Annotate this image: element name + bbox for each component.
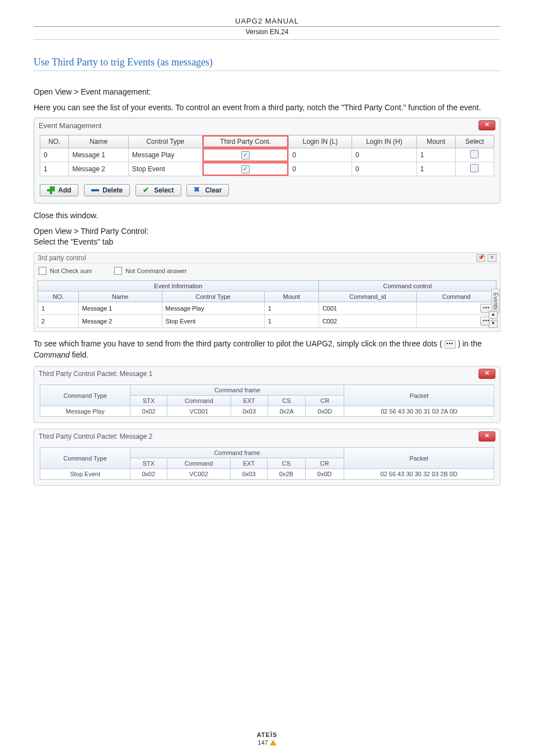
table-row: Message Play 0x02 VC001 0x03 0x2A 0x0D 0…: [40, 406, 494, 417]
cell-name: Message 1: [69, 148, 129, 162]
doc-header-title: UAPG2 MANUAL: [34, 17, 500, 27]
cell-linl: 0: [289, 162, 352, 176]
window-title: Event Management: [39, 121, 102, 130]
col-packet: Packet: [344, 385, 494, 406]
col-command-type: Command Type: [40, 448, 130, 469]
close-icon[interactable]: ✕: [479, 369, 495, 379]
section-title: Use Third Party to trig Events (as messa…: [34, 57, 500, 71]
event-table: NO. Name Control Type Third Party Cont. …: [40, 135, 494, 176]
col-control-type[interactable]: Control Type: [162, 291, 264, 302]
delete-button[interactable]: Delete: [84, 184, 130, 196]
col-command-id[interactable]: Command_id: [318, 291, 416, 302]
col-login-l[interactable]: Login IN (L): [289, 135, 352, 148]
col-mount[interactable]: Mount: [416, 135, 455, 148]
cell-linh: 0: [352, 162, 417, 176]
close-icon[interactable]: ✕: [488, 254, 496, 262]
cell-mount: 1: [416, 162, 455, 176]
col-select[interactable]: Select: [455, 135, 494, 148]
col-packet: Packet: [344, 448, 494, 469]
col-control-type[interactable]: Control Type: [129, 135, 203, 148]
col-stx: STX: [130, 458, 167, 469]
paragraph: Open View > Third Party Control:: [34, 226, 500, 237]
col-cs: CS: [268, 396, 306, 406]
brand: ATEÏS: [0, 731, 534, 738]
scroll-down-icon[interactable]: ▼: [489, 320, 498, 328]
checkbox-icon[interactable]: [114, 267, 122, 275]
table-row: Stop Event 0x02 VC002 0x03 0x2B 0x0D 02 …: [40, 469, 494, 480]
pin-icon[interactable]: 📌: [476, 254, 485, 262]
panel-title: 3rd party control: [38, 254, 86, 262]
paragraph: Select the "Events" tab: [34, 237, 500, 248]
cell-ctrl: Message Play: [129, 148, 203, 162]
window-title: Third Party Control Pactet: Message 1: [39, 370, 152, 378]
packet-window-2: Third Party Control Pactet: Message 2 ✕ …: [34, 429, 500, 486]
x-icon: [194, 186, 202, 194]
cell-linl: 0: [289, 148, 352, 162]
col-command[interactable]: Command: [416, 291, 496, 302]
col-cs: CS: [267, 458, 305, 469]
col-command-frame: Command frame: [130, 448, 344, 458]
table-row[interactable]: 0 Message 1 Message Play 0 0 1: [40, 148, 494, 162]
col-command-frame: Command frame: [130, 385, 344, 396]
col-command-type: Command Type: [40, 385, 130, 406]
col-no[interactable]: NO.: [38, 291, 79, 302]
col-third-party-cont[interactable]: Third Party Cont.: [202, 135, 289, 148]
minus-icon: [91, 186, 99, 194]
cell-mount: 1: [416, 148, 455, 162]
close-icon[interactable]: ✕: [479, 431, 495, 442]
page-number: 147: [257, 739, 268, 746]
packet-table: Command Type Command frame Packet STX Co…: [40, 447, 494, 480]
paragraph: Close this window.: [34, 210, 500, 222]
cell-name: Message 2: [69, 162, 129, 176]
col-cr: CR: [305, 458, 344, 469]
col-mount[interactable]: Mount: [264, 291, 318, 302]
group-command-control: Command control: [318, 280, 496, 291]
not-command-answer-option[interactable]: Not Command answer: [114, 267, 186, 275]
paragraph: To see which frame you have to send from…: [34, 339, 500, 360]
group-event-information: Event Information: [38, 280, 319, 291]
cell-no: 1: [40, 162, 69, 176]
not-check-sum-option[interactable]: Not Check sum: [39, 267, 92, 275]
cell-no: 0: [40, 148, 69, 162]
triangle-icon: [270, 740, 277, 745]
third-party-checkbox[interactable]: [241, 165, 250, 173]
paragraph: Open View > Event management:: [34, 87, 500, 98]
col-no[interactable]: NO.: [40, 135, 69, 148]
col-ext: EXT: [231, 458, 268, 469]
cell-linh: 0: [352, 148, 417, 162]
col-stx: STX: [130, 396, 167, 406]
paragraph: Here you can see the list of your events…: [34, 102, 500, 114]
select-checkbox[interactable]: [470, 150, 479, 158]
third-party-control-panel: 3rd party control 📌 ✕ Not Check sum Not …: [34, 252, 500, 332]
event-management-window: Event Management ✕ NO. Name Control Type…: [34, 118, 500, 204]
table-row[interactable]: 1 Message 2 Stop Event 0 0 1: [40, 162, 494, 176]
col-name[interactable]: Name: [78, 291, 162, 302]
col-command: Command: [167, 396, 231, 406]
scroll-up-icon[interactable]: ▲: [489, 311, 498, 319]
col-login-h[interactable]: Login IN (H): [352, 135, 417, 148]
table-row[interactable]: 2 Message 2 Stop Event 1 C002 •••: [38, 314, 496, 327]
table-row[interactable]: 1 Message 1 Message Play 1 C001 •••: [38, 302, 496, 314]
checkbox-icon[interactable]: [39, 267, 46, 275]
clear-button[interactable]: Clear: [186, 184, 229, 196]
page-footer: ATEÏS 147: [0, 731, 534, 746]
col-cr: CR: [306, 396, 344, 406]
third-party-checkbox[interactable]: [241, 151, 250, 159]
add-button[interactable]: Add: [40, 184, 78, 196]
doc-header-version: Version EN.24: [34, 27, 500, 40]
col-name[interactable]: Name: [69, 135, 129, 148]
select-checkbox[interactable]: [470, 164, 479, 172]
plus-icon: [47, 186, 55, 194]
close-icon[interactable]: ✕: [479, 120, 495, 130]
scrollbar[interactable]: ▲ ▼: [489, 311, 498, 328]
col-ext: EXT: [231, 396, 268, 406]
events-side-tab[interactable]: Events: [491, 289, 500, 314]
cell-ctrl: Stop Event: [129, 162, 203, 176]
check-icon: [143, 186, 151, 194]
command-control-table: Event Information Command control NO. Na…: [38, 280, 496, 328]
window-title: Third Party Control Pactet: Message 2: [39, 433, 152, 440]
packet-table: Command Type Command frame Packet STX Co…: [40, 384, 494, 417]
packet-window-1: Third Party Control Pactet: Message 1 ✕ …: [34, 366, 500, 423]
select-button[interactable]: Select: [135, 184, 181, 196]
dots-icon: •••: [444, 340, 456, 349]
